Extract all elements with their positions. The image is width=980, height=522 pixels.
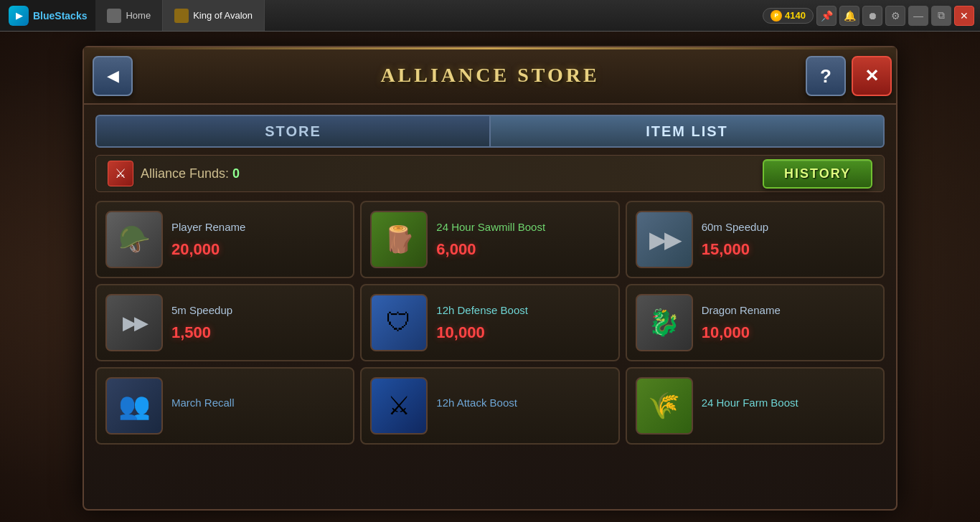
item-info: Dragon Rename 10,000 bbox=[702, 303, 875, 342]
help-button[interactable]: ? bbox=[806, 56, 846, 96]
game-tab-icon bbox=[174, 9, 189, 23]
maximize-btn[interactable]: ⧉ bbox=[931, 6, 951, 26]
modal-header: ALLIANCE STORE ? bbox=[84, 47, 896, 105]
item-price: 15,000 bbox=[702, 240, 875, 259]
game-tab-label: King of Avalon bbox=[193, 10, 253, 21]
titlebar-right: P 4140 📌 🔔 ⏺ ⚙ — ⧉ ✕ bbox=[763, 6, 980, 26]
item-info: 12h Defense Boost 10,000 bbox=[436, 303, 609, 342]
item-icon: 👥 bbox=[105, 377, 163, 435]
funds-text-label: Alliance Funds: bbox=[141, 166, 232, 181]
funds-label: Alliance Funds: 0 bbox=[141, 166, 240, 181]
back-button[interactable] bbox=[93, 56, 133, 96]
item-icon: 🌾 bbox=[636, 377, 693, 435]
modal-close-button[interactable] bbox=[852, 56, 892, 96]
item-name: 60m Speedup bbox=[702, 220, 875, 234]
item-icon: 🐉 bbox=[636, 294, 693, 351]
item-icon: ⚔ bbox=[370, 377, 428, 435]
item-price: 10,000 bbox=[702, 323, 875, 342]
game-tab[interactable]: King of Avalon bbox=[163, 0, 265, 31]
store-tab[interactable]: STORE bbox=[95, 115, 490, 148]
bluestacks-icon: ▶ bbox=[9, 6, 29, 26]
home-tab-icon bbox=[107, 9, 121, 23]
bluestacks-label: BlueStacks bbox=[33, 10, 87, 22]
minimize-btn[interactable]: — bbox=[908, 6, 928, 26]
home-tab[interactable]: Home bbox=[95, 0, 163, 31]
item-name: 12h Attack Boost bbox=[436, 396, 609, 410]
item-name: Player Rename bbox=[171, 220, 344, 234]
item-card[interactable]: ⚔ 12h Attack Boost bbox=[360, 367, 619, 445]
funds-icon: ⚔ bbox=[108, 161, 133, 186]
item-price: 1,500 bbox=[171, 323, 344, 342]
item-name: 5m Speedup bbox=[171, 303, 344, 318]
item-info: 5m Speedup 1,500 bbox=[171, 303, 344, 342]
store-tab-label: STORE bbox=[265, 123, 321, 140]
item-card[interactable]: 👥 March Recall bbox=[95, 367, 354, 445]
home-tab-label: Home bbox=[126, 10, 151, 21]
points-badge: P 4140 bbox=[763, 8, 814, 24]
item-info: 24 Hour Farm Boost bbox=[702, 396, 875, 416]
item-info: Player Rename 20,000 bbox=[171, 220, 344, 259]
item-price: 6,000 bbox=[436, 240, 609, 259]
item-price: 20,000 bbox=[171, 240, 344, 259]
item-price: 10,000 bbox=[436, 323, 609, 342]
item-card[interactable]: ▶▶ 5m Speedup 1,500 bbox=[95, 284, 354, 361]
settings-btn[interactable]: ⚙ bbox=[885, 6, 905, 26]
item-list-tab-label: ITEM LIST bbox=[646, 123, 728, 140]
alliance-store-modal: ALLIANCE STORE ? STORE ITEM LIST ⚔ bbox=[83, 46, 897, 511]
points-value: 4140 bbox=[785, 10, 806, 21]
item-name: March Recall bbox=[171, 396, 344, 410]
help-icon: ? bbox=[820, 65, 831, 87]
funds-icon-symbol: ⚔ bbox=[115, 166, 126, 181]
game-area: ALLIANCE STORE ? STORE ITEM LIST ⚔ bbox=[0, 32, 980, 522]
bluestacks-logo: ▶ BlueStacks bbox=[0, 0, 95, 31]
item-card[interactable]: 🛡 12h Defense Boost 10,000 bbox=[360, 284, 619, 361]
item-info: 12h Attack Boost bbox=[436, 396, 609, 416]
item-icon: 🛡 bbox=[370, 294, 428, 351]
item-card[interactable]: 🌾 24 Hour Farm Boost bbox=[626, 367, 885, 445]
items-grid: 🪖 Player Rename 20,000 🪵 24 Hour Sawmill… bbox=[95, 201, 885, 445]
window-close-btn[interactable]: ✕ bbox=[954, 6, 974, 26]
item-card[interactable]: 🐉 Dragon Rename 10,000 bbox=[626, 284, 885, 361]
notification-btn[interactable]: 🔔 bbox=[839, 6, 859, 26]
titlebar: ▶ BlueStacks Home King of Avalon P 4140 … bbox=[0, 0, 980, 32]
item-info: 60m Speedup 15,000 bbox=[702, 220, 875, 259]
store-title: ALLIANCE STORE bbox=[380, 64, 599, 87]
item-icon: ▶▶ bbox=[105, 294, 163, 351]
pin-btn[interactable]: 📌 bbox=[816, 6, 837, 26]
item-info: March Recall bbox=[171, 396, 344, 416]
funds-amount: 0 bbox=[232, 166, 240, 181]
item-name: 24 Hour Farm Boost bbox=[702, 396, 875, 410]
record-btn[interactable]: ⏺ bbox=[862, 6, 882, 26]
store-content: ⚔ Alliance Funds: 0 HISTORY 🪖 Player Ren… bbox=[84, 148, 896, 452]
item-icon: 🪵 bbox=[370, 211, 428, 268]
item-list-tab[interactable]: ITEM LIST bbox=[490, 115, 885, 148]
history-button[interactable]: HISTORY bbox=[763, 159, 872, 189]
item-name: 24 Hour Sawmill Boost bbox=[436, 220, 609, 234]
item-card[interactable]: 🪵 24 Hour Sawmill Boost 6,000 bbox=[360, 201, 619, 278]
item-info: 24 Hour Sawmill Boost 6,000 bbox=[436, 220, 609, 259]
points-icon: P bbox=[771, 10, 782, 22]
item-name: 12h Defense Boost bbox=[436, 303, 609, 318]
item-card[interactable]: ▶▶ 60m Speedup 15,000 bbox=[626, 201, 885, 278]
item-name: Dragon Rename bbox=[702, 303, 875, 318]
item-card[interactable]: 🪖 Player Rename 20,000 bbox=[95, 201, 354, 278]
store-tabs: STORE ITEM LIST bbox=[95, 115, 885, 148]
item-icon: 🪖 bbox=[105, 211, 163, 268]
item-icon: ▶▶ bbox=[636, 211, 693, 268]
funds-bar: ⚔ Alliance Funds: 0 HISTORY bbox=[95, 155, 885, 192]
